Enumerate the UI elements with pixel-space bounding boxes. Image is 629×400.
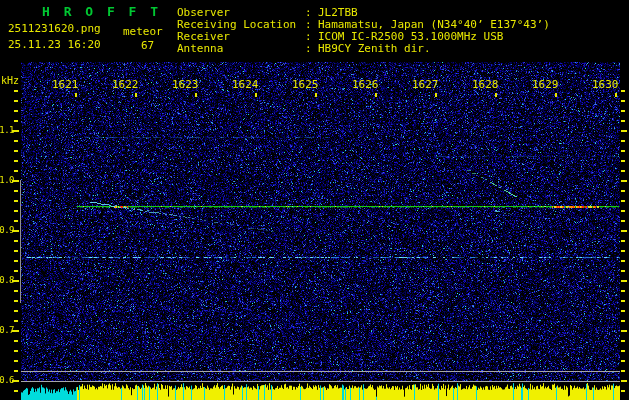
y-tick-label-1.0: 1.0	[0, 175, 14, 185]
x-tick-label-1625: 1625	[292, 79, 319, 91]
x-tick-label-1624: 1624	[232, 79, 259, 91]
x-tick-label-1629: 1629	[532, 79, 559, 91]
observer-info-table: Observer:JL2TBBReceiving Location:Hamama…	[177, 7, 550, 55]
x-tick-label-1630: 1630	[592, 79, 619, 91]
x-tick-label-1622: 1622	[112, 79, 139, 91]
datetime: 25.11.23 16:20	[8, 38, 101, 51]
y-tick-label-0.7: 0.7	[0, 325, 14, 335]
x-tick-label-1627: 1627	[412, 79, 439, 91]
y-tick-label-1.1: 1.1	[0, 125, 14, 135]
info-label: Antenna	[177, 43, 305, 55]
hrofft-window: H R O F F T 2511231620.png meteor 25.11.…	[0, 0, 629, 400]
app-title: H R O F F T	[42, 4, 161, 19]
y-axis-unit-label: kHz	[1, 75, 19, 86]
y-tick-label-0.8: 0.8	[0, 275, 14, 285]
spectrogram-canvas	[0, 0, 629, 400]
info-row-antenna: Antenna:HB9CY Zenith dir.	[177, 43, 550, 55]
mode-label: meteor	[123, 25, 163, 38]
file-name: 2511231620.png	[8, 22, 101, 35]
x-tick-label-1623: 1623	[172, 79, 199, 91]
x-tick-label-1621: 1621	[52, 79, 79, 91]
y-tick-label-0.6: 0.6	[0, 375, 14, 385]
info-value: HB9CY Zenith dir.	[318, 43, 431, 55]
x-tick-label-1626: 1626	[352, 79, 379, 91]
y-tick-label-0.9: 0.9	[0, 225, 14, 235]
x-tick-label-1628: 1628	[472, 79, 499, 91]
echo-count: 67	[141, 39, 154, 52]
info-colon: :	[305, 43, 318, 55]
